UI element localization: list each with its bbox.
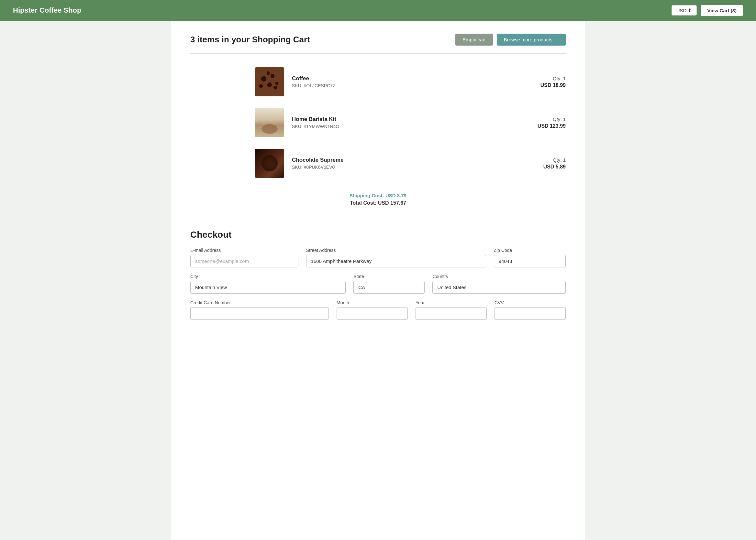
checkout-divider bbox=[190, 219, 566, 219]
cvv-field-group: CVV bbox=[494, 300, 566, 320]
street-field-group: Street Address bbox=[306, 248, 486, 267]
cc-field-group: Credit Card Number bbox=[190, 300, 329, 320]
state-field-group: State bbox=[353, 274, 425, 294]
city-label: City bbox=[190, 274, 346, 279]
checkout-title: Checkout bbox=[190, 229, 566, 240]
month-field-group: Month bbox=[337, 300, 408, 320]
table-row: Coffee SKU: #OLJCESPC7Z Qty: 1 USD 18.99 bbox=[255, 62, 566, 102]
cart-item-info: Home Barista Kit SKU: #1YMWWN1N4O bbox=[292, 116, 506, 129]
product-sku: SKU: #1YMWWN1N4O bbox=[292, 124, 506, 129]
country-label: Country bbox=[432, 274, 566, 279]
product-name: Chocolate Supreme bbox=[292, 157, 506, 163]
cart-actions: Empty cart Browse more products → bbox=[455, 34, 566, 46]
cart-totals: Shipping Cost: USD 8.79 Total Cost: USD … bbox=[190, 190, 566, 206]
cart-item-info: Chocolate Supreme SKU: #0PUK6V6EV0 bbox=[292, 157, 506, 170]
navbar: Hipster Coffee Shop USD ⬍ View Cart (3) bbox=[0, 0, 756, 21]
country-field-group: Country bbox=[432, 274, 566, 294]
cvv-label: CVV bbox=[494, 300, 566, 305]
total-cost: Total Cost: USD 157.67 bbox=[190, 200, 566, 206]
cart-divider bbox=[190, 53, 566, 54]
country-input[interactable] bbox=[432, 281, 566, 294]
state-label: State bbox=[353, 274, 425, 279]
zip-label: Zip Code bbox=[494, 248, 566, 253]
shipping-value: USD 8.79 bbox=[385, 193, 407, 198]
checkout-row-2: City State Country bbox=[190, 274, 566, 294]
email-label: E-mail Address bbox=[190, 248, 298, 253]
checkout-row-3: Credit Card Number Month Year CVV bbox=[190, 300, 566, 320]
zip-input[interactable] bbox=[494, 255, 566, 267]
product-price: USD 5.89 bbox=[514, 164, 566, 170]
shipping-label: Shipping Cost: bbox=[349, 193, 384, 198]
product-name: Coffee bbox=[292, 75, 506, 82]
month-label: Month bbox=[337, 300, 408, 305]
product-image-coffee bbox=[255, 67, 284, 96]
street-input[interactable] bbox=[306, 255, 486, 267]
state-input[interactable] bbox=[353, 281, 425, 294]
cc-input[interactable] bbox=[190, 307, 329, 320]
browse-products-button[interactable]: Browse more products → bbox=[497, 34, 566, 46]
cart-item-pricing: Qty: 1 USD 5.89 bbox=[514, 157, 566, 170]
cart-item-pricing: Qty: 1 USD 123.99 bbox=[514, 116, 566, 129]
checkout-row-1: E-mail Address Street Address Zip Code bbox=[190, 248, 566, 267]
cart-title: 3 items in your Shopping Cart bbox=[190, 35, 310, 45]
checkout-section: Checkout E-mail Address Street Address Z… bbox=[190, 219, 566, 320]
total-value: USD 157.67 bbox=[378, 200, 406, 205]
total-label: Total Cost: bbox=[350, 200, 376, 205]
month-input[interactable] bbox=[337, 307, 408, 320]
table-row: Home Barista Kit SKU: #1YMWWN1N4O Qty: 1… bbox=[255, 102, 566, 143]
product-image-chocolate bbox=[255, 149, 284, 178]
currency-selector[interactable]: USD ⬍ bbox=[671, 5, 697, 16]
currency-label: USD bbox=[676, 8, 687, 13]
product-sku: SKU: #0PUK6V6EV0 bbox=[292, 165, 506, 170]
cart-items-list: Coffee SKU: #OLJCESPC7Z Qty: 1 USD 18.99… bbox=[190, 62, 566, 184]
product-image-barista bbox=[255, 108, 284, 137]
cvv-input[interactable] bbox=[494, 307, 566, 320]
cart-item-info: Coffee SKU: #OLJCESPC7Z bbox=[292, 75, 506, 88]
email-input[interactable] bbox=[190, 255, 298, 267]
product-price: USD 18.99 bbox=[514, 82, 566, 88]
cart-header: 3 items in your Shopping Cart Empty cart… bbox=[190, 34, 566, 46]
product-qty: Qty: 1 bbox=[514, 116, 566, 122]
product-price: USD 123.99 bbox=[514, 123, 566, 129]
street-label: Street Address bbox=[306, 248, 486, 253]
navbar-actions: USD ⬍ View Cart (3) bbox=[671, 5, 743, 16]
zip-field-group: Zip Code bbox=[494, 248, 566, 267]
email-field-group: E-mail Address bbox=[190, 248, 298, 267]
product-qty: Qty: 1 bbox=[514, 76, 566, 81]
year-label: Year bbox=[416, 300, 487, 305]
table-row: Chocolate Supreme SKU: #0PUK6V6EV0 Qty: … bbox=[255, 143, 566, 184]
brand-title: Hipster Coffee Shop bbox=[13, 6, 81, 15]
view-cart-button[interactable]: View Cart (3) bbox=[701, 5, 743, 16]
product-qty: Qty: 1 bbox=[514, 157, 566, 163]
year-field-group: Year bbox=[416, 300, 487, 320]
city-input[interactable] bbox=[190, 281, 346, 294]
cc-label: Credit Card Number bbox=[190, 300, 329, 305]
empty-cart-button[interactable]: Empty cart bbox=[455, 34, 493, 46]
main-container: 3 items in your Shopping Cart Empty cart… bbox=[171, 21, 585, 540]
product-name: Home Barista Kit bbox=[292, 116, 506, 123]
product-sku: SKU: #OLJCESPC7Z bbox=[292, 83, 506, 88]
currency-chevron-icon: ⬍ bbox=[688, 7, 692, 13]
shipping-cost: Shipping Cost: USD 8.79 bbox=[190, 193, 566, 198]
year-input[interactable] bbox=[416, 307, 487, 320]
city-field-group: City bbox=[190, 274, 346, 294]
cart-item-pricing: Qty: 1 USD 18.99 bbox=[514, 76, 566, 88]
